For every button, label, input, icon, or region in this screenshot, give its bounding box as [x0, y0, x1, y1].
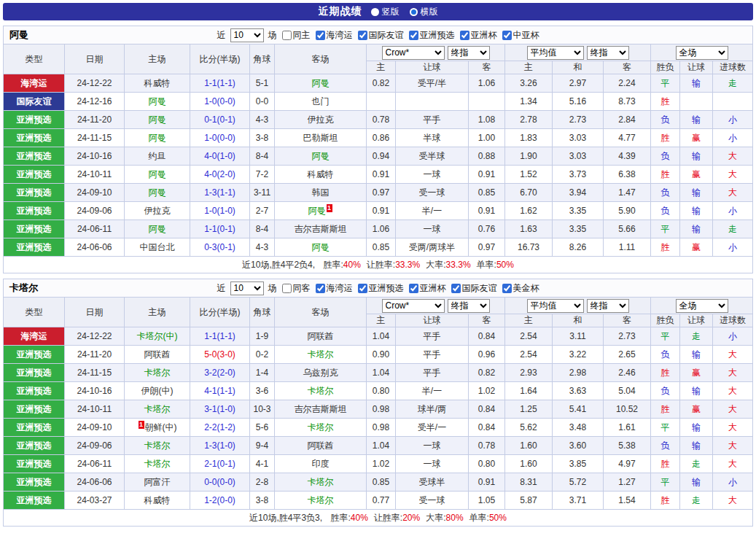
view-option[interactable]: 横版 [410, 6, 438, 18]
home-team: 阿曼 [125, 93, 190, 111]
asian-odds-time-select[interactable]: 终指 [448, 46, 490, 60]
competition-checkbox-input[interactable] [358, 284, 367, 293]
match-date: 24-12-22 [65, 327, 125, 346]
handicap-line: 平手 [396, 364, 469, 382]
match-row: 亚洲预选24-10-16约旦4-0(1-0)8-4阿曼0.94受半球0.881.… [4, 147, 753, 166]
euro-odds-time-select[interactable]: 终指 [587, 46, 629, 60]
handicap-line: 受半/一 [396, 419, 469, 437]
asian-home-odds: 0.82 [367, 74, 396, 93]
team-label: 阿曼 [312, 151, 330, 161]
radio-label: 横版 [421, 6, 438, 18]
asian-odds-time-select[interactable]: 终指 [448, 299, 490, 313]
euro-draw-odds: 2.73 [553, 111, 604, 129]
away-team: 吉尔吉斯斯坦 [275, 220, 367, 238]
competition-checkbox-label: 亚洲预选 [369, 282, 404, 295]
view-option[interactable]: 竖版 [371, 6, 400, 18]
sections-container: 阿曼近10场同主海湾运国际友谊亚洲预选亚洲杯中亚杯类型日期主场比分(半场)角球客… [3, 26, 753, 527]
euro-source-select[interactable]: 平均值 [527, 46, 584, 60]
same-venue-checkbox[interactable]: 同客 [281, 282, 311, 295]
competition-checkbox-input[interactable] [316, 284, 325, 293]
result-scope-select[interactable]: 全场 [676, 299, 728, 313]
result-handicap: 输 [680, 382, 713, 400]
team-label: 吉尔吉斯斯坦 [295, 404, 347, 414]
match-date: 24-10-16 [65, 147, 125, 166]
asian-away-odds [469, 93, 505, 111]
result-scope-select[interactable]: 全场 [676, 46, 728, 60]
competition-checkbox[interactable]: 海湾运 [315, 282, 353, 295]
handicap-line: 半球 [396, 129, 469, 147]
euro-source-select[interactable]: 平均值 [527, 299, 584, 313]
competition-checkbox-input[interactable] [502, 31, 512, 40]
radio-icon [410, 8, 418, 16]
competition-checkbox-input[interactable] [451, 284, 461, 293]
home-team: 中国台北 [125, 238, 190, 257]
match-count-select[interactable]: 10 [230, 281, 264, 295]
competition-type-badge: 海湾运 [4, 327, 65, 346]
same-venue-checkbox[interactable]: 同主 [281, 29, 311, 42]
competition-checkbox[interactable]: 亚洲杯 [408, 282, 446, 295]
competition-type-badge: 亚洲预选 [4, 111, 65, 129]
home-team: 伊朗(中) [125, 382, 190, 400]
results-table: 类型日期主场比分(半场)角球客场Crow*终指平均值终指全场主让球客主和客胜负让… [3, 44, 753, 273]
euro-away-odds: 2.84 [604, 111, 651, 129]
euro-away-odds: 5.90 [604, 202, 651, 220]
competition-checkbox[interactable]: 亚洲预选 [357, 282, 404, 295]
away-team: 乌兹别克 [275, 364, 367, 382]
result-handicap: 输 [680, 419, 713, 437]
team-label: 科威特 [144, 78, 171, 88]
team-label: 阿富汗 [144, 477, 171, 487]
competition-checkbox[interactable]: 国际友谊 [451, 282, 497, 295]
euro-home-odds: 1.52 [505, 166, 553, 184]
asian-home-odds: 1.06 [367, 220, 396, 238]
competition-checkbox[interactable]: 亚洲预选 [408, 29, 455, 42]
bookmaker-select[interactable]: Crow* [382, 299, 445, 313]
competition-checkbox[interactable]: 海湾运 [315, 29, 353, 42]
bookmaker-select[interactable]: Crow* [382, 46, 445, 60]
match-date: 24-09-10 [65, 419, 125, 437]
competition-checkbox[interactable]: 美金杯 [502, 282, 539, 295]
team-label: 科威特 [144, 495, 171, 505]
same-venue-checkbox-input[interactable] [282, 284, 292, 293]
score: 4-0(1-0) [190, 147, 250, 166]
sub-column-header: 客 [604, 61, 651, 74]
page: 近期战绩 竖版横版 阿曼近10场同主海湾运国际友谊亚洲预选亚洲杯中亚杯类型日期主… [0, 0, 756, 531]
match-date: 24-03-27 [65, 492, 125, 510]
competition-checkbox-input[interactable] [358, 31, 367, 40]
team-section: 阿曼近10场同主海湾运国际友谊亚洲预选亚洲杯中亚杯类型日期主场比分(半场)角球客… [3, 26, 753, 273]
competition-checkbox[interactable]: 亚洲杯 [459, 29, 497, 42]
sub-column-header: 客 [604, 314, 651, 327]
away-team: 阿曼 [275, 238, 367, 257]
competition-checkbox-label: 国际友谊 [369, 29, 404, 42]
team-label: 卡塔尔 [144, 440, 171, 451]
result-wdl: 胜 [651, 400, 680, 419]
team-label: 阿联酋 [308, 331, 334, 341]
competition-type-badge: 国际友谊 [4, 93, 65, 111]
same-venue-checkbox-input[interactable] [282, 31, 292, 40]
handicap-line [396, 93, 469, 111]
euro-odds-time-select[interactable]: 终指 [587, 299, 629, 313]
competition-checkbox-input[interactable] [409, 31, 418, 40]
euro-home-odds: 1.83 [505, 129, 553, 147]
match-count-select[interactable]: 10 [230, 28, 264, 42]
away-team: 巴勒斯坦 [275, 129, 367, 147]
corners: 1-9 [250, 327, 275, 346]
away-team: 阿曼1 [275, 202, 367, 220]
euro-draw-odds: 3.35 [553, 220, 604, 238]
competition-checkbox-input[interactable] [409, 284, 418, 293]
euro-home-odds: 1.63 [505, 220, 553, 238]
competition-checkbox-input[interactable] [460, 31, 469, 40]
competition-checkbox[interactable]: 国际友谊 [357, 29, 404, 42]
euro-draw-odds: 3.63 [553, 382, 604, 400]
team-name: 卡塔尔 [9, 281, 38, 295]
asian-away-odds: 0.91 [469, 473, 505, 492]
corners: 4-3 [250, 238, 275, 257]
away-team: 卡塔尔 [275, 473, 367, 492]
competition-checkbox-input[interactable] [316, 31, 325, 40]
competition-checkbox[interactable]: 中亚杯 [502, 29, 539, 42]
result-wdl: 胜 [651, 455, 680, 473]
handicap-line: 一球 [396, 437, 469, 455]
team-label: 乌兹别克 [303, 368, 338, 378]
competition-checkbox-input[interactable] [502, 284, 512, 293]
corners: 1-4 [250, 364, 275, 382]
euro-home-odds: 1.90 [505, 147, 553, 166]
